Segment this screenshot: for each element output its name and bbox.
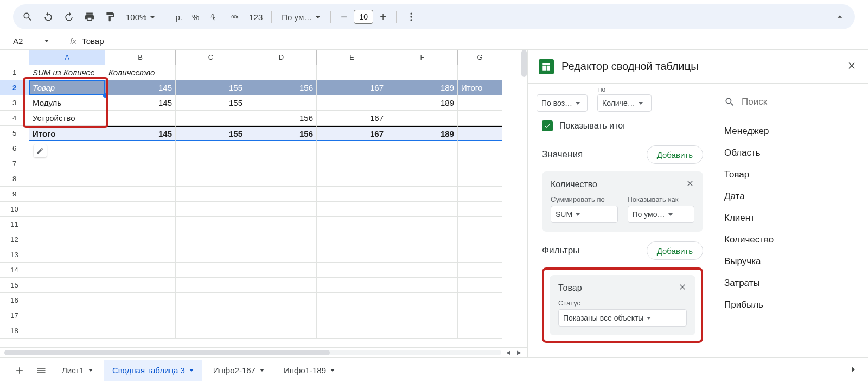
cell[interactable] <box>29 247 105 263</box>
row-header[interactable]: 15 <box>0 278 29 293</box>
tabs-scroll-right[interactable] <box>848 365 858 376</box>
cell[interactable] <box>29 217 105 232</box>
search-icon[interactable] <box>18 8 37 26</box>
redo-button[interactable] <box>60 8 78 26</box>
cell[interactable] <box>105 171 176 187</box>
cell[interactable] <box>387 111 458 126</box>
cell[interactable] <box>317 263 387 278</box>
font-dropdown[interactable]: По ум… <box>277 8 325 26</box>
field-item[interactable]: Выручка <box>724 251 857 272</box>
decrease-decimal-button[interactable]: .0 <box>205 8 223 26</box>
cell[interactable] <box>105 278 176 293</box>
cell[interactable] <box>317 247 387 263</box>
cell[interactable] <box>387 278 458 293</box>
row-header[interactable]: 8 <box>0 171 29 187</box>
row-header[interactable]: 6 <box>0 141 29 156</box>
cell[interactable] <box>176 111 246 126</box>
row-header[interactable]: 11 <box>0 217 29 232</box>
cell[interactable]: Количество <box>105 65 176 80</box>
undo-button[interactable] <box>39 8 58 26</box>
increase-decimal-button[interactable]: .00 <box>225 8 244 26</box>
cell[interactable] <box>246 217 317 232</box>
value-card-remove[interactable] <box>686 179 694 190</box>
cell[interactable]: 155 <box>176 126 246 141</box>
font-size-increase[interactable]: + <box>375 9 391 24</box>
cell[interactable] <box>387 141 458 156</box>
currency-button[interactable]: р. <box>171 8 187 26</box>
cell[interactable] <box>29 308 105 323</box>
row-header[interactable]: 14 <box>0 263 29 278</box>
cell[interactable] <box>387 263 458 278</box>
filter-status-dropdown[interactable]: Показаны все объекты <box>558 309 687 327</box>
cell[interactable] <box>317 308 387 323</box>
cell[interactable]: 145 <box>105 95 176 111</box>
cell[interactable]: 145 <box>105 126 176 141</box>
cell[interactable] <box>317 278 387 293</box>
cell[interactable] <box>458 232 502 247</box>
field-item[interactable]: Количество <box>724 229 857 251</box>
select-all-corner[interactable] <box>0 50 29 65</box>
row-header[interactable]: 7 <box>0 156 29 171</box>
cell[interactable] <box>387 232 458 247</box>
field-item[interactable]: Клиент <box>724 207 857 229</box>
cell[interactable] <box>29 323 105 339</box>
cell[interactable] <box>176 323 246 339</box>
cell[interactable] <box>246 141 317 156</box>
cell[interactable] <box>458 263 502 278</box>
cell[interactable] <box>176 293 246 308</box>
field-item[interactable]: Прибыль <box>724 294 857 316</box>
cell[interactable] <box>387 187 458 202</box>
paint-format-button[interactable] <box>101 8 119 26</box>
cell[interactable] <box>29 187 105 202</box>
cell[interactable] <box>176 65 246 80</box>
cell[interactable]: 189 <box>387 80 458 95</box>
cell[interactable] <box>176 187 246 202</box>
row-header[interactable]: 4 <box>0 111 29 126</box>
cell[interactable] <box>317 217 387 232</box>
pivot-edit-icon[interactable] <box>34 144 47 157</box>
close-panel-button[interactable] <box>846 60 857 73</box>
cell[interactable] <box>458 141 502 156</box>
cell[interactable] <box>458 293 502 308</box>
cell[interactable] <box>458 187 502 202</box>
show-total-checkbox[interactable] <box>542 120 553 131</box>
selection-handle[interactable] <box>103 93 107 98</box>
cell[interactable] <box>105 308 176 323</box>
row-header[interactable]: 5 <box>0 126 29 141</box>
cell[interactable] <box>105 156 176 171</box>
cell[interactable] <box>317 156 387 171</box>
cell[interactable] <box>317 95 387 111</box>
field-search-input[interactable] <box>742 97 857 107</box>
formula-value[interactable]: Товар <box>82 36 104 46</box>
cell[interactable] <box>105 263 176 278</box>
vertical-scrollbar[interactable] <box>520 50 527 347</box>
cell[interactable] <box>458 202 502 217</box>
cell[interactable] <box>458 111 502 126</box>
cell[interactable] <box>246 156 317 171</box>
more-toolbar-button[interactable] <box>402 8 420 26</box>
column-header[interactable]: F <box>387 50 458 65</box>
cell[interactable]: Устройство <box>29 111 105 126</box>
cell[interactable] <box>458 126 502 141</box>
sheet-tab[interactable]: Инфо2-167 <box>205 360 273 381</box>
cell[interactable] <box>387 202 458 217</box>
all-sheets-button[interactable] <box>31 361 51 380</box>
cell[interactable]: SUM из Количес <box>29 65 105 80</box>
cell[interactable] <box>458 171 502 187</box>
column-header[interactable]: E <box>317 50 387 65</box>
cell[interactable] <box>105 187 176 202</box>
cell[interactable] <box>387 323 458 339</box>
cell[interactable] <box>458 308 502 323</box>
cell[interactable]: 145 <box>105 80 176 95</box>
row-header[interactable]: 12 <box>0 232 29 247</box>
more-formats-button[interactable]: 123 <box>246 8 266 26</box>
cell[interactable] <box>317 187 387 202</box>
cell[interactable]: 189 <box>387 126 458 141</box>
cell[interactable]: 167 <box>317 80 387 95</box>
cell[interactable] <box>317 323 387 339</box>
print-button[interactable] <box>80 8 99 26</box>
name-box[interactable]: A2 <box>9 34 53 48</box>
cell[interactable] <box>29 278 105 293</box>
cell[interactable]: 155 <box>176 80 246 95</box>
cell[interactable]: 156 <box>246 111 317 126</box>
